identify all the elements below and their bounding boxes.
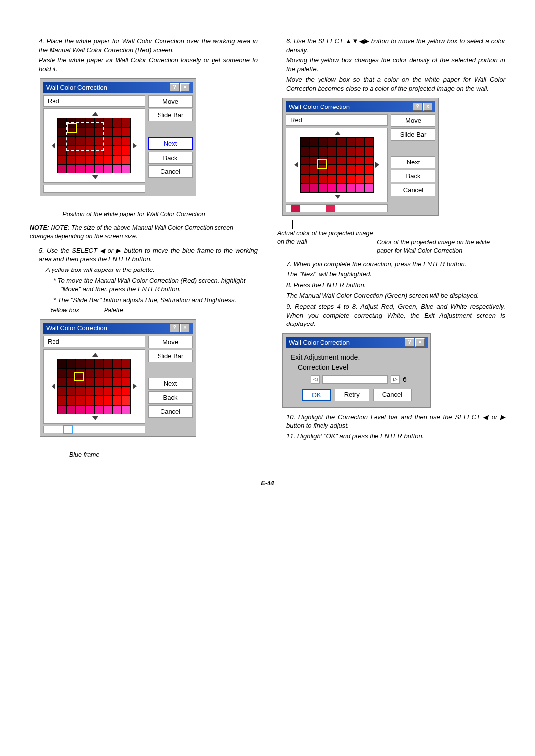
- annot-blue-frame: Blue frame: [69, 451, 258, 459]
- arrow-left-icon[interactable]: [52, 383, 55, 389]
- arrow-right-icon[interactable]: [375, 162, 379, 168]
- swatch-actual-color: [291, 205, 300, 212]
- dialog-wall-color-2: Wall Color Correction ? × Red: [40, 319, 196, 437]
- dialog-wall-color-1: Wall Color Correction ? × Red: [40, 78, 196, 196]
- dialog-titlebar: Wall Color Correction ? ×: [286, 101, 435, 112]
- yellow-selection-box: [67, 123, 77, 133]
- step-5a: 5. Use the SELECT ◀ or ▶ button to move …: [30, 246, 258, 264]
- help-icon[interactable]: ?: [170, 324, 179, 332]
- arrow-down-icon[interactable]: [92, 175, 98, 179]
- step-4b: Paste the white paper for Wall Color Cor…: [30, 56, 258, 73]
- help-icon[interactable]: ?: [405, 338, 414, 347]
- close-icon[interactable]: ×: [423, 103, 432, 111]
- step-7b: The "Next" will be highlighted.: [277, 270, 505, 279]
- step-6a: 6. Use the SELECT ▲▼◀▶ button to move th…: [277, 37, 505, 54]
- step-6b: Moving the yellow box changes the color …: [277, 56, 505, 73]
- move-button[interactable]: Move: [391, 114, 435, 127]
- color-label: Red: [286, 114, 388, 126]
- swatch-projected-color: [326, 205, 335, 212]
- caption-actual-color: Actual color of the projected image on t…: [277, 229, 373, 246]
- arrow-left-icon[interactable]: [52, 143, 55, 149]
- step-5d: * The "Slide Bar" button adjusts Hue, Sa…: [54, 296, 258, 305]
- dialog-exit-adjustment: Wall Color Correction ? × Exit Adjustmen…: [282, 333, 431, 408]
- dialog-title-text: Wall Color Correction: [289, 103, 350, 110]
- help-icon[interactable]: ?: [413, 103, 422, 111]
- ok-button[interactable]: OK: [302, 389, 331, 401]
- slidebar-button[interactable]: Slide Bar: [391, 128, 435, 141]
- cancel-button[interactable]: Cancel: [391, 184, 435, 196]
- step-4a: 4. Place the white paper for Wall Color …: [30, 37, 258, 54]
- step-5b: A yellow box will appear in the palette.: [46, 266, 258, 274]
- exit-line1: Exit Adjustment mode.: [291, 353, 423, 361]
- annot-palette: Palette: [104, 306, 123, 314]
- dialog-wall-color-3: Wall Color Correction ? × Red: [282, 98, 439, 216]
- cancel-button[interactable]: Cancel: [373, 389, 412, 401]
- dialog-title-text: Wall Color Correction: [289, 339, 350, 346]
- next-button[interactable]: Next: [148, 378, 193, 390]
- exit-line2: Correction Level: [298, 363, 423, 371]
- correction-level-row: ◁ ▷ 6: [311, 375, 423, 384]
- step-5c: * To move the Manual Wall Color Correcti…: [54, 276, 258, 294]
- step-8b: The Manual Wall Color Correction (Green)…: [277, 291, 505, 300]
- dialog-titlebar: Wall Color Correction ? ×: [286, 337, 428, 348]
- back-button[interactable]: Back: [148, 152, 193, 164]
- next-button[interactable]: Next: [391, 156, 435, 168]
- step-9: 9. Repeat steps 4 to 8. Adjust Red, Gree…: [277, 302, 505, 328]
- correction-level-bar[interactable]: [322, 375, 388, 384]
- cancel-button[interactable]: Cancel: [148, 165, 193, 178]
- arrow-right-icon[interactable]: [133, 383, 137, 389]
- note-text: NOTE: NOTE: The size of the above Manual…: [30, 222, 258, 242]
- palette-area[interactable]: [286, 128, 388, 202]
- retry-button[interactable]: Retry: [335, 389, 369, 401]
- palette-area[interactable]: [43, 349, 145, 424]
- dialog-titlebar: Wall Color Correction ? ×: [43, 82, 193, 93]
- blue-frame-indicator: [63, 425, 73, 434]
- step-7a: 7. When you complete the correction, pre…: [277, 260, 505, 269]
- caption-projected-color: Color of the projected image on the whit…: [377, 238, 505, 255]
- color-label: Red: [43, 95, 145, 107]
- next-button[interactable]: Next: [148, 137, 193, 150]
- back-button[interactable]: Back: [391, 170, 435, 182]
- move-button[interactable]: Move: [148, 336, 193, 348]
- back-button[interactable]: Back: [148, 391, 193, 404]
- step-10: 10. Highlight the Correction Level bar a…: [277, 413, 505, 430]
- dialog-footer: [43, 426, 145, 433]
- move-button[interactable]: Move: [148, 95, 193, 108]
- arrow-right-icon[interactable]: [133, 143, 137, 149]
- dialog-footer: [43, 185, 145, 193]
- close-icon[interactable]: ×: [180, 83, 190, 92]
- correction-level-value: 6: [403, 376, 413, 383]
- yellow-selection-box: [317, 159, 327, 169]
- color-label: Red: [43, 336, 145, 347]
- help-icon[interactable]: ?: [170, 83, 179, 92]
- cancel-button[interactable]: Cancel: [148, 405, 193, 418]
- palette-grid: [300, 137, 374, 193]
- yellow-selection-box: [74, 372, 84, 381]
- page-number: E-44: [30, 479, 505, 486]
- arrow-up-icon[interactable]: [335, 131, 341, 135]
- palette-grid: [57, 359, 131, 414]
- dialog-footer: [286, 204, 388, 212]
- dialog-title-text: Wall Color Correction: [46, 84, 107, 91]
- caption-paper-position: Position of the white paper for Wall Col…: [10, 210, 258, 218]
- step-11: 11. Highlight "OK" and press the ENTER b…: [277, 432, 505, 441]
- arrow-down-icon[interactable]: [92, 416, 98, 420]
- step-8a: 8. Press the ENTER button.: [277, 281, 505, 290]
- close-icon[interactable]: ×: [415, 338, 425, 347]
- level-right-arrow[interactable]: ▷: [391, 375, 400, 384]
- arrow-up-icon[interactable]: [92, 353, 98, 357]
- slidebar-button[interactable]: Slide Bar: [148, 350, 193, 362]
- annot-yellow-box: Yellow box: [50, 306, 79, 314]
- dialog-title-text: Wall Color Correction: [46, 324, 107, 332]
- arrow-up-icon[interactable]: [92, 112, 98, 116]
- step-6c: Move the yellow box so that a color on t…: [277, 75, 505, 93]
- arrow-down-icon[interactable]: [335, 195, 341, 199]
- arrow-left-icon[interactable]: [294, 162, 298, 168]
- close-icon[interactable]: ×: [180, 324, 190, 332]
- palette-area[interactable]: [43, 108, 145, 183]
- slidebar-button[interactable]: Slide Bar: [148, 109, 193, 121]
- dialog-titlebar: Wall Color Correction ? ×: [43, 323, 193, 334]
- level-left-arrow[interactable]: ◁: [311, 375, 320, 384]
